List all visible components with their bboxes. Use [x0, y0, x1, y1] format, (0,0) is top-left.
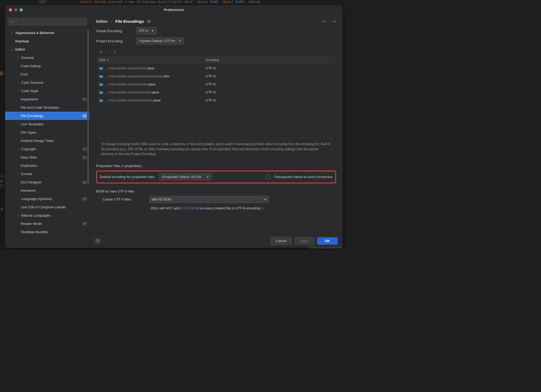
column-header-encoding[interactable]: Encoding: [203, 58, 336, 62]
encoding-cell[interactable]: UTF-8: [203, 66, 336, 70]
sidebar-item-file-and-code-templates[interactable]: File and Code Templates: [5, 103, 89, 112]
sidebar-item-reader-mode[interactable]: Reader Mode: [5, 220, 89, 228]
sidebar-item-appearance-behavior[interactable]: ›Appearance & Behavior: [5, 29, 89, 37]
sidebar-item-textmate-bundles[interactable]: TextMate Bundles: [5, 228, 89, 236]
sidebar-item-general[interactable]: ›General: [5, 54, 89, 62]
encoding-table: ＋ − Path ▲ Encoding .../zta-monitor-ap: [96, 48, 336, 158]
table-body: .../zta-monitor-api/src/main/javaUTF-8..…: [96, 64, 336, 139]
sidebar-item-natural-languages[interactable]: ›Natural Languages: [5, 211, 89, 220]
sidebar-item-label: Android Design Tools: [21, 139, 54, 143]
sidebar-item-file-encodings[interactable]: File Encodings: [5, 112, 89, 120]
back-arrow-icon[interactable]: [322, 20, 327, 23]
sidebar-item-file-types[interactable]: File Types: [5, 128, 89, 137]
table-row[interactable]: .../zta-monitor-service/src/main/javaUTF…: [96, 96, 336, 104]
sidebar-item-live-templates[interactable]: Live Templates: [5, 120, 89, 128]
sidebar-item-label: Language Injections: [21, 197, 52, 201]
sidebar-item-emmet[interactable]: ›Emmet: [5, 170, 89, 178]
sidebar-item-label: Live Edit of Compose Literals: [21, 205, 66, 209]
properties-encoding-dropdown[interactable]: <Properties Default: ISO-88.. ▼: [159, 174, 212, 180]
sidebar-item-code-style[interactable]: ›Code Style: [5, 87, 89, 95]
sidebar-item-inspections[interactable]: Inspections: [5, 95, 89, 103]
encoding-cell[interactable]: UTF-8: [203, 98, 336, 102]
sidebar-item-label: File Encodings: [21, 114, 43, 118]
sidebar-item-code-editing[interactable]: Code Editing: [5, 62, 89, 70]
breadcrumb-leaf: File Encodings: [115, 19, 144, 24]
settings-tree[interactable]: ›Appearance & BehaviorKeymap⌄Editor›Gene…: [5, 29, 89, 248]
breadcrumb: Editor › File Encodings: [90, 15, 343, 27]
chevron-right-icon: ›: [16, 172, 20, 176]
table-row[interactable]: .../zta-monitor-dao/src/main/javaUTF-8: [96, 80, 336, 88]
chevron-right-icon: ›: [16, 197, 20, 201]
titlebar[interactable]: Preferences: [5, 5, 343, 15]
pencil-icon: [113, 50, 117, 54]
path-cell: .../zta-monitor-service/src/main/java: [96, 98, 203, 102]
ok-button[interactable]: OK: [317, 237, 338, 245]
bom-dropdown[interactable]: with NO BOM ▼: [149, 196, 269, 203]
folder-icon: [99, 99, 103, 102]
sidebar-item-label: File and Code Templates: [21, 105, 59, 110]
project-encoding-dropdown[interactable]: <System Default: UTF-8> ▼: [136, 37, 184, 44]
sidebar-item-inlay-hints[interactable]: Inlay Hints: [5, 153, 89, 161]
bom-note: IDEA will NOT add UTF-8 BOM to every cre…: [96, 206, 336, 210]
search-input[interactable]: ▾: [8, 18, 87, 25]
sidebar-item-duplicates[interactable]: Duplicates: [5, 161, 89, 170]
project-encoding-value: <System Default: UTF-8>: [139, 39, 175, 43]
sidebar-item-copyright[interactable]: ›Copyright: [5, 145, 89, 153]
remove-button[interactable]: −: [107, 50, 109, 54]
edit-button[interactable]: [113, 50, 117, 54]
sidebar-item-editor[interactable]: ⌄Editor: [5, 45, 89, 54]
scope-selector-icon[interactable]: [147, 20, 151, 23]
sidebar-item-label: Inspections: [21, 97, 38, 101]
encoding-cell[interactable]: UTF-8: [203, 74, 336, 78]
sidebar-item-label: Font: [21, 72, 28, 76]
svg-point-0: [11, 20, 13, 22]
add-button[interactable]: ＋: [99, 50, 103, 54]
project-scope-icon: [82, 181, 87, 184]
sidebar-scrollbar[interactable]: [87, 30, 89, 185]
table-row[interactable]: .../zta-monitor-api/src/main/resources/d…: [96, 72, 336, 80]
highlighted-properties-row: Default encoding for properties files: <…: [96, 171, 336, 183]
sidebar-item-label: Copyright: [21, 147, 36, 151]
encoding-cell[interactable]: UTF-8: [203, 90, 336, 94]
table-toolbar: ＋ −: [96, 48, 336, 56]
sidebar-item-live-edit-of-compose-literals[interactable]: Live Edit of Compose Literals: [5, 203, 89, 211]
sidebar-item-label: TextMate Bundles: [21, 230, 48, 234]
transparent-ascii-checkbox[interactable]: [266, 175, 270, 179]
sidebar-item-gui-designer[interactable]: GUI Designer: [5, 178, 89, 186]
sidebar-item-label: Inlay Hints: [21, 155, 37, 159]
chevron-right-icon: ›: [10, 31, 14, 35]
help-button[interactable]: ?: [95, 238, 101, 244]
chevron-down-icon: ▼: [151, 29, 154, 33]
properties-encoding-label: Default encoding for properties files:: [100, 175, 155, 179]
sidebar-item-keymap[interactable]: Keymap: [5, 37, 89, 45]
sidebar-item-intentions[interactable]: Intentions: [5, 186, 89, 195]
utf8-bom-link[interactable]: UTF-8 BOM: [181, 206, 199, 210]
breadcrumb-root[interactable]: Editor: [96, 19, 108, 24]
forward-arrow-icon[interactable]: [331, 20, 336, 23]
project-scope-icon: [82, 222, 87, 225]
sidebar-item-label: Color Scheme: [21, 81, 43, 85]
table-row[interactable]: .../zta-monitor-api/src/main/javaUTF-8: [96, 64, 336, 72]
encoding-hint-text: To change encoding IntelliJ IDEA uses fo…: [96, 139, 336, 158]
sidebar-item-android-design-tools[interactable]: Android Design Tools: [5, 137, 89, 145]
project-scope-icon: [82, 156, 87, 159]
project-encoding-label: Project Encoding:: [96, 39, 132, 43]
sidebar-item-font[interactable]: Font: [5, 70, 89, 78]
chevron-right-icon: ›: [111, 19, 112, 23]
folder-icon: [99, 82, 103, 86]
editor-highlight-strip: [0, 71, 3, 75]
sidebar-item-label: Reader Mode: [21, 222, 42, 226]
chevron-down-icon: ▼: [178, 39, 182, 43]
encoding-cell[interactable]: UTF-8: [203, 82, 336, 86]
transparent-ascii-label: Transparent native-to-ascii conversion: [274, 175, 333, 179]
global-encoding-dropdown[interactable]: UTF-8 ▼: [136, 27, 157, 34]
column-header-path[interactable]: Path ▲: [96, 56, 203, 64]
sidebar-item-language-injections[interactable]: ›Language Injections: [5, 195, 89, 203]
sidebar-item-color-scheme[interactable]: ›Color Scheme: [5, 78, 89, 87]
table-row[interactable]: .../zta-monitor-model/src/main/javaUTF-8: [96, 88, 336, 96]
project-scope-icon: [82, 114, 87, 118]
chevron-right-icon: ›: [16, 89, 20, 93]
cancel-button[interactable]: Cancel: [271, 237, 292, 245]
path-cell: .../zta-monitor-dao/src/main/java: [96, 82, 203, 86]
apply-button[interactable]: Apply: [295, 237, 314, 245]
